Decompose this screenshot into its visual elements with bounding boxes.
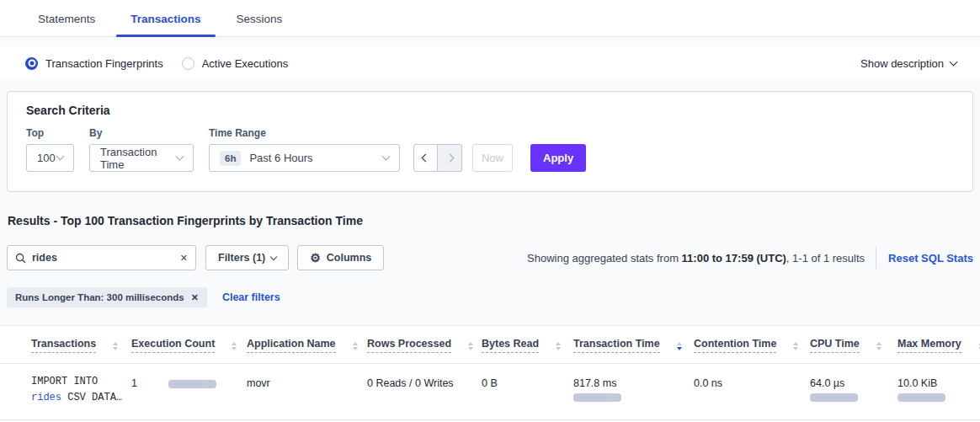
cpu-time-value: 64.0 µs bbox=[810, 377, 897, 389]
chevron-right-icon bbox=[445, 154, 454, 163]
max-memory-bar bbox=[897, 393, 945, 402]
radio-transaction-fingerprints[interactable]: Transaction Fingerprints bbox=[25, 57, 163, 70]
main-content: Search Criteria Top 100 By Transaction T… bbox=[0, 80, 980, 307]
radio-active-executions[interactable]: Active Executions bbox=[182, 57, 289, 70]
filter-chip-row: Runs Longer Than: 300 milliseconds ✕ Cle… bbox=[7, 287, 973, 307]
cell-contention-time: 0.0 ns bbox=[694, 364, 810, 420]
radio-label: Active Executions bbox=[202, 57, 289, 70]
clear-filters-link[interactable]: Clear filters bbox=[222, 291, 280, 303]
search-input[interactable] bbox=[32, 252, 174, 264]
chevron-down-icon bbox=[56, 152, 65, 161]
chevron-down-icon bbox=[270, 254, 277, 260]
sort-icon bbox=[468, 342, 473, 350]
cell-cpu-time: 64.0 µs bbox=[810, 364, 897, 420]
top-select[interactable]: 100 bbox=[26, 144, 74, 172]
time-range-badge: 6h bbox=[220, 151, 241, 166]
cell-execution-count: 1 bbox=[131, 364, 247, 420]
cell-transaction-time: 817.8 ms bbox=[573, 364, 694, 420]
time-next-button[interactable] bbox=[438, 144, 462, 172]
by-label: By bbox=[89, 127, 194, 139]
column-header-execution-count[interactable]: Execution Count bbox=[131, 326, 247, 364]
gear-icon: ⚙ bbox=[310, 252, 321, 264]
view-toggle-panel: Transaction Fingerprints Active Executio… bbox=[0, 46, 980, 80]
results-heading: Results - Top 100 Transaction Fingerprin… bbox=[8, 214, 973, 227]
filter-chip-label: Runs Longer Than: 300 milliseconds bbox=[15, 292, 184, 302]
execution-count-bar bbox=[168, 380, 216, 388]
aggregated-stats-text: Showing aggregated stats from 11:00 to 1… bbox=[527, 252, 865, 264]
transaction-time-bar bbox=[573, 393, 621, 402]
clear-search-icon[interactable]: ✕ bbox=[180, 254, 188, 263]
table-row: IMPORT INTO rides CSV DATA… 1 movr 0 Rea… bbox=[0, 364, 980, 420]
reset-sql-stats-link[interactable]: Reset SQL Stats bbox=[888, 252, 973, 264]
filters-label: Filters (1) bbox=[218, 252, 265, 264]
column-header-application-name[interactable]: Application Name bbox=[247, 326, 367, 364]
sort-icon bbox=[113, 342, 118, 350]
sort-desc-icon bbox=[677, 342, 682, 350]
cpu-time-bar bbox=[810, 393, 858, 402]
column-header-cpu-time[interactable]: CPU Time bbox=[810, 326, 897, 364]
vertical-divider bbox=[876, 247, 876, 269]
tab-sessions[interactable]: Sessions bbox=[219, 3, 301, 36]
transaction-time-value: 817.8 ms bbox=[573, 377, 694, 389]
column-header-rows-processed[interactable]: Rows Processed bbox=[367, 326, 482, 364]
chevron-down-icon bbox=[950, 57, 958, 66]
cell-max-memory: 10.0 KiB bbox=[897, 364, 980, 420]
transaction-fingerprint-link[interactable]: IMPORT INTO rides CSV DATA… bbox=[31, 374, 131, 405]
columns-label: Columns bbox=[327, 252, 371, 264]
filters-button[interactable]: Filters (1) bbox=[205, 245, 289, 270]
time-range-label: Time Range bbox=[209, 127, 400, 139]
search-criteria-card: Search Criteria Top 100 By Transaction T… bbox=[7, 91, 973, 192]
sql-table-name[interactable]: rides bbox=[31, 392, 61, 403]
cell-transaction: IMPORT INTO rides CSV DATA… bbox=[0, 364, 131, 420]
search-criteria-title: Search Criteria bbox=[26, 104, 954, 117]
by-select[interactable]: Transaction Time bbox=[89, 144, 194, 172]
remove-filter-icon[interactable]: ✕ bbox=[191, 293, 199, 302]
results-table-container: Transactions Execution Count Application… bbox=[0, 325, 980, 420]
time-nav-group bbox=[413, 144, 462, 172]
execution-count-value: 1 bbox=[131, 377, 137, 389]
chevron-left-icon bbox=[422, 154, 430, 163]
sort-icon bbox=[556, 342, 561, 350]
radio-label: Transaction Fingerprints bbox=[45, 57, 163, 70]
column-header-contention-time[interactable]: Contention Time bbox=[694, 326, 810, 364]
max-memory-value: 10.0 KiB bbox=[897, 377, 980, 389]
show-description-toggle[interactable]: Show description bbox=[860, 57, 956, 70]
sql-activity-page: Statements Transactions Sessions Transac… bbox=[0, 0, 980, 422]
time-prev-button[interactable] bbox=[413, 144, 438, 172]
chevron-down-icon bbox=[382, 152, 391, 161]
search-icon bbox=[15, 253, 26, 264]
results-table: Transactions Execution Count Application… bbox=[0, 326, 980, 420]
column-header-transactions[interactable]: Transactions bbox=[0, 326, 131, 364]
search-box: ✕ bbox=[7, 245, 196, 270]
toolbar-right: Showing aggregated stats from 11:00 to 1… bbox=[527, 247, 973, 269]
cell-rows-processed: 0 Reads / 0 Writes bbox=[367, 364, 482, 420]
stats-time-range: 11:00 to 17:59 (UTC) bbox=[682, 252, 786, 264]
filter-chip: Runs Longer Than: 300 milliseconds ✕ bbox=[7, 287, 207, 307]
now-button[interactable]: Now bbox=[472, 144, 513, 172]
sort-icon bbox=[232, 342, 237, 350]
tab-bar: Statements Transactions Sessions bbox=[0, 0, 980, 37]
show-description-label: Show description bbox=[860, 57, 944, 70]
column-header-bytes-read[interactable]: Bytes Read bbox=[482, 326, 573, 364]
radio-selected-icon bbox=[25, 57, 38, 70]
radio-unselected-icon bbox=[182, 57, 194, 70]
apply-button[interactable]: Apply bbox=[530, 144, 586, 172]
view-toggle-group: Transaction Fingerprints Active Executio… bbox=[25, 57, 288, 70]
top-select-value: 100 bbox=[37, 152, 56, 164]
sort-icon bbox=[353, 342, 358, 350]
cell-application-name: movr bbox=[247, 364, 367, 420]
sort-icon bbox=[793, 342, 798, 350]
tab-transactions[interactable]: Transactions bbox=[113, 3, 218, 36]
column-header-transaction-time[interactable]: Transaction Time bbox=[573, 326, 694, 364]
time-range-select[interactable]: 6h Past 6 Hours bbox=[209, 144, 400, 172]
time-range-value: Past 6 Hours bbox=[249, 152, 312, 164]
column-header-max-memory[interactable]: Max Memory bbox=[897, 326, 980, 364]
by-field: By Transaction Time bbox=[89, 127, 194, 172]
top-field: Top 100 bbox=[26, 127, 74, 172]
cell-bytes-read: 0 B bbox=[482, 364, 573, 420]
top-label: Top bbox=[26, 127, 74, 139]
time-range-field: Time Range 6h Past 6 Hours bbox=[209, 127, 400, 172]
by-select-value: Transaction Time bbox=[100, 146, 177, 171]
columns-button[interactable]: ⚙ Columns bbox=[297, 245, 384, 270]
tab-statements[interactable]: Statements bbox=[20, 3, 113, 36]
